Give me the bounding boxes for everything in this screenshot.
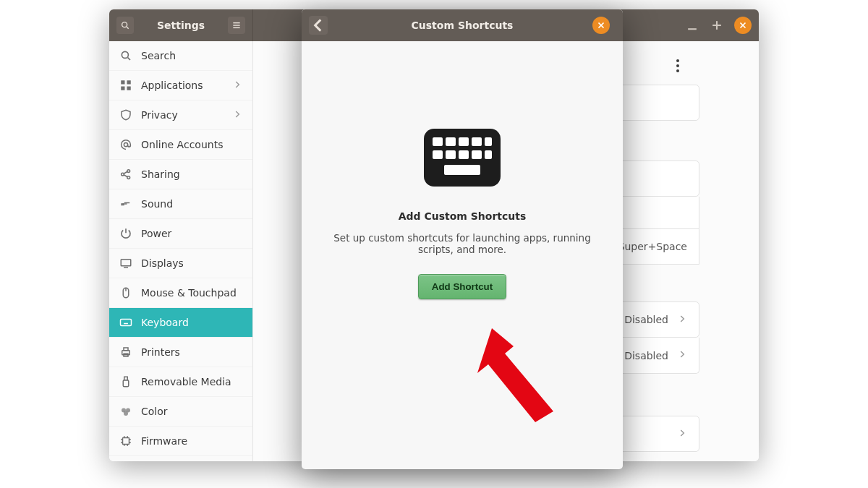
sidebar-item-label: Printers	[141, 346, 180, 358]
keyboard-icon	[422, 124, 502, 193]
dialog-title: Custom Shortcuts	[412, 20, 514, 31]
sidebar-item-power[interactable]: Power	[109, 219, 252, 249]
svg-rect-63	[433, 150, 443, 159]
dialog-heading: Add Custom Shortcuts	[399, 210, 527, 222]
settings-title: Settings	[157, 20, 205, 31]
svg-line-20	[124, 171, 127, 174]
svg-rect-2	[233, 22, 239, 23]
svg-line-11	[128, 58, 130, 60]
shortcut-status: Disabled	[624, 314, 668, 325]
sidebar-item-label: Sharing	[141, 168, 180, 180]
sidebar-item-displays[interactable]: Displays	[109, 249, 252, 278]
chevron-right-icon	[232, 80, 242, 92]
svg-rect-7	[712, 25, 721, 26]
sidebar-item-sound[interactable]: Sound	[109, 189, 252, 219]
svg-rect-12	[121, 80, 124, 84]
close-icon[interactable]	[734, 17, 752, 34]
svg-rect-25	[121, 260, 131, 266]
svg-rect-68	[444, 165, 480, 175]
svg-point-0	[122, 22, 127, 27]
mouse-icon	[119, 286, 132, 299]
svg-rect-3	[233, 25, 239, 25]
svg-point-16	[124, 142, 127, 146]
svg-rect-62	[485, 137, 492, 146]
sidebar-item-removable-media[interactable]: Removable Media	[109, 367, 252, 397]
svg-rect-67	[485, 150, 492, 159]
dialog-body: Add Custom Shortcuts Set up custom short…	[302, 41, 623, 469]
sound-icon	[119, 197, 132, 210]
dialog-titlebar: Custom Shortcuts	[302, 9, 623, 41]
keyboard-icon	[119, 316, 132, 329]
search-icon[interactable]	[116, 17, 134, 34]
chevron-right-icon	[677, 428, 687, 440]
sidebar-item-label: Displays	[141, 257, 184, 269]
sidebar-item-label: Mouse & Touchpad	[141, 287, 237, 299]
chip-icon	[119, 435, 132, 448]
sidebar-item-label: Search	[141, 50, 176, 61]
settings-sidebar: SearchApplicationsPrivacyOnline Accounts…	[109, 41, 253, 461]
settings-sidebar-header: Settings	[109, 9, 253, 41]
svg-line-1	[127, 27, 129, 29]
sidebar-item-label: Sound	[141, 198, 173, 210]
window-controls	[685, 17, 759, 34]
sidebar-item-label: Removable Media	[141, 376, 231, 388]
svg-rect-4	[233, 27, 239, 28]
sidebar-item-privacy[interactable]: Privacy	[109, 100, 252, 130]
svg-point-42	[124, 411, 128, 416]
close-icon[interactable]	[592, 17, 610, 34]
search-icon	[119, 49, 132, 62]
svg-rect-61	[472, 137, 482, 146]
svg-rect-5	[688, 28, 697, 30]
svg-rect-14	[121, 87, 124, 90]
svg-rect-66	[472, 150, 482, 159]
svg-rect-64	[446, 150, 456, 159]
sidebar-item-online-accounts[interactable]: Online Accounts	[109, 130, 252, 160]
svg-rect-39	[123, 380, 129, 387]
svg-line-21	[124, 175, 127, 177]
svg-rect-15	[127, 87, 131, 90]
chevron-right-icon	[677, 349, 687, 361]
shortcut-value: Super+Space	[618, 241, 687, 252]
svg-rect-13	[127, 80, 131, 84]
kebab-icon[interactable]	[669, 57, 686, 74]
svg-rect-59	[446, 137, 456, 146]
sidebar-item-printers[interactable]: Printers	[109, 338, 252, 367]
svg-rect-43	[123, 438, 129, 445]
svg-point-10	[122, 51, 128, 58]
svg-point-54	[676, 69, 679, 72]
sidebar-item-label: Applications	[141, 80, 203, 91]
sidebar-item-label: Privacy	[141, 109, 178, 121]
shortcut-status: Disabled	[624, 350, 668, 361]
display-icon	[119, 257, 132, 270]
svg-point-52	[676, 59, 679, 62]
maximize-icon[interactable]	[710, 18, 724, 33]
sidebar-item-sharing[interactable]: Sharing	[109, 160, 252, 189]
sidebar-item-applications[interactable]: Applications	[109, 71, 252, 100]
svg-rect-29	[121, 320, 132, 326]
sidebar-item-label: Power	[141, 228, 171, 239]
back-icon[interactable]	[309, 16, 328, 35]
sidebar-item-label: Color	[141, 406, 168, 417]
minimize-icon[interactable]	[685, 18, 699, 33]
chevron-right-icon	[232, 109, 242, 121]
apps-icon	[119, 79, 132, 92]
add-shortcut-button[interactable]: Add Shortcut	[418, 274, 506, 299]
printer-icon	[119, 346, 132, 359]
at-icon	[119, 138, 132, 151]
sidebar-item-search[interactable]: Search	[109, 41, 252, 71]
sidebar-item-firmware[interactable]: Firmware	[109, 427, 252, 456]
sidebar-item-mouse-touchpad[interactable]: Mouse & Touchpad	[109, 278, 252, 308]
usb-icon	[119, 375, 132, 388]
custom-shortcuts-dialog: Custom Shortcuts Add Custom Shortcuts Se…	[302, 9, 623, 469]
hamburger-icon[interactable]	[228, 17, 245, 34]
shield-icon	[119, 108, 132, 121]
svg-rect-58	[433, 137, 443, 146]
sidebar-item-label: Firmware	[141, 435, 187, 447]
color-icon	[119, 405, 132, 418]
share-icon	[119, 168, 132, 181]
sidebar-item-keyboard[interactable]: Keyboard	[109, 308, 252, 338]
svg-rect-65	[459, 150, 469, 159]
chevron-right-icon	[677, 314, 687, 326]
sidebar-item-color[interactable]: Color	[109, 397, 252, 427]
power-icon	[119, 227, 132, 240]
